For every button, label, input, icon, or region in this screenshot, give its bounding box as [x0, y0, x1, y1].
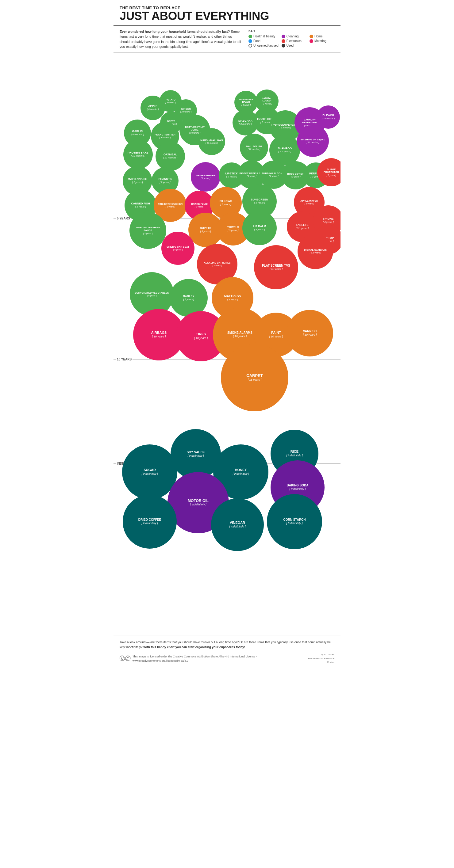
key-grid: Health & beauty Cleaning Home Food Elect…: [249, 35, 334, 48]
bubble-sub-nail-polish: [ 12 months ]: [248, 148, 260, 151]
bubble-label-peanuts: PEANUTS: [158, 178, 171, 181]
bubble-label-body-lotion: BODY LOTION: [287, 173, 304, 176]
bubble-label-marshmallows: MARSH-MALLOWS: [200, 139, 223, 142]
bubble-sub-dehydrated-veg: [ 8 years ]: [147, 294, 157, 297]
key-health-beauty: Health & beauty: [249, 35, 279, 38]
bubble-sub-vinegar: [ Indefinitely ]: [229, 525, 246, 529]
bubble-dried-coffee: DRIED COFFEE[ Indefinitely ]: [123, 495, 177, 549]
bubble-label-mayonnaise: MAYO-NNAISE: [127, 178, 147, 181]
bubble-sub-tires: [ 10 years ]: [194, 337, 208, 340]
bubble-label-motor-oil: MOTOR OIL: [188, 499, 208, 503]
key-home: Home: [310, 35, 334, 38]
bubble-lip-balm: LIP BALM[ 5 years ]: [242, 211, 277, 245]
bubble-label-tires: TIRES: [196, 332, 206, 336]
bubble-sub-paint: [ 10 years ]: [269, 335, 283, 339]
bubble-sub-mayonnaise: [ 2 years ]: [132, 181, 143, 184]
bubble-label-digital-cameras: DIGITAL CAMERAS: [304, 249, 327, 252]
bubble-digital-cameras: DIGITAL CAMERAS[ 6.5 years ]: [297, 234, 333, 269]
bubble-label-soy-sauce: SOY SAUCE: [187, 451, 205, 454]
bubble-sub-ginger: [ 2 months ]: [180, 110, 192, 113]
page: THE BEST TIME TO REPLACE JUST ABOUT EVER…: [113, 0, 341, 669]
bubble-label-pillows: PILLOWS: [220, 199, 232, 203]
key-used: Used: [282, 44, 307, 48]
intro-key-row: Ever wondered how long your household it…: [113, 26, 341, 53]
bubble-label-childs-car-seat: CHILD'S CAR SEAT: [167, 246, 189, 249]
bubble-air-freshener: AIR FRESHENER[ 2 years ]: [191, 162, 220, 192]
bubble-label-duvets: DUVETS: [200, 226, 211, 230]
bubble-label-protein-bars: PROTEIN BARS: [127, 151, 148, 154]
bubble-label-disposable-razor: DISPOSABLE RAZOR: [236, 98, 256, 103]
intro-question: Ever wondered how long your household it…: [120, 30, 230, 33]
bubble-sub-sugar: [ Indefinitely ]: [141, 472, 158, 476]
bubble-label-lipstick: LIPSTICK: [225, 172, 238, 175]
bubble-sub-peanut-butter: [ 9 months ]: [160, 136, 171, 139]
bubble-sub-surge-protector: [ 2 years ]: [327, 174, 336, 177]
bubble-sub-lip-balm: [ 5 years ]: [254, 228, 265, 231]
bubble-sub-duvets: [ 5 years ]: [200, 230, 211, 233]
bubble-sub-natural-loofah: [ 2 weeks ]: [262, 102, 272, 105]
bubble-label-rice: RICE: [290, 450, 299, 454]
bubble-label-nail-polish: NAIL POLISH: [246, 145, 262, 148]
bubble-label-alkaline-batteries: ALKALINE BATTERIES: [204, 261, 230, 265]
bubble-oatmeal: OATMEAL[ 12 months ]: [155, 142, 185, 171]
bubble-sub-bleach: [ 3 months ]: [322, 117, 335, 120]
cc-box: 🄫🄫 This image is licensed under the Crea…: [120, 654, 302, 663]
intro-text: Ever wondered how long your household it…: [120, 29, 249, 49]
bubble-bleach: BLEACH[ 3 months ]: [317, 105, 340, 129]
bubble-label-potato: POTATO: [166, 98, 175, 101]
bubble-sub-rice: [ Indefinitely ]: [286, 454, 303, 458]
bubble-label-paint: PAINT: [271, 331, 281, 335]
bubble-protein-bars: PROTEIN BARS[ 12 months ]: [123, 140, 153, 169]
bubble-label-airbags: AIRBAGS: [151, 331, 167, 335]
bubble-corn-starch: CORN STARCH[ Indefinitely ]: [267, 494, 322, 549]
bubble-label-barley: BARLEY: [183, 294, 194, 298]
bubble-label-honey: HONEY: [235, 468, 247, 472]
bubble-sub-pillows: [ 3 years ]: [220, 203, 231, 206]
bubble-label-sugar: SUGAR: [144, 468, 156, 472]
bubble-label-apple-watch: APPLE WATCH: [300, 199, 318, 203]
bubble-vinegar: VINEGAR[ Indefinitely ]: [211, 498, 264, 551]
bubble-sub-body-lotion: [ 2 years ]: [291, 175, 301, 178]
cc-icon: 🄫🄫: [120, 654, 131, 663]
bubble-sub-sunscreen: [ 3 years ]: [254, 202, 265, 205]
bubble-label-baking-soda: BAKING SODA: [286, 484, 308, 487]
bubble-label-worcestershire: WORCES-TERSHIRE SAUCE: [131, 226, 164, 232]
brand-sub: Your Financial Resource Centre: [302, 657, 334, 665]
bubble-childs-car-seat: CHILD'S CAR SEAT[ 6 years ]: [161, 232, 195, 265]
bubble-sub-iphone: [ 4 years ]: [323, 221, 334, 224]
bubble-flat-screen-tvs: FLAT SCREEN TVS[ 7.4 years ]: [254, 245, 298, 289]
bubble-label-washing-up-liquid: WASHING UP LIQUID: [301, 138, 325, 141]
bubble-sub-shampoo: [ 1.5 years ]: [278, 150, 291, 153]
bubble-label-natural-loofah: NATURAL LOOFAH: [257, 97, 277, 102]
bubble-label-shampoo: SHAMPOO: [278, 147, 292, 150]
footer-body: Take a look around — are there items tha…: [120, 640, 334, 650]
bubble-sub-tablets: [ 5.1 years ]: [296, 227, 309, 230]
year-label-10-years: 10 YEARS: [116, 358, 133, 361]
bubble-nail-polish: NAIL POLISH[ 12 months ]: [240, 134, 268, 162]
key-title: KEY: [249, 29, 334, 33]
bubble-label-brake-fluid: BRAKE FLUID: [191, 203, 208, 206]
bubble-sub-peanuts: [ 2 years ]: [160, 181, 170, 184]
bubble-sub-disposable-razor: [ 1 week ]: [242, 103, 251, 106]
bubble-sub-carpet: [ 15 years ]: [248, 378, 262, 382]
bubble-sub-lipstick: [ 2 years ]: [226, 175, 237, 178]
bubble-sub-air-freshener: [ 2 years ]: [201, 177, 210, 180]
bubble-label-tablets: TABLETS: [296, 223, 309, 227]
bubble-sub-towels: [ 5 years ]: [228, 229, 238, 232]
quid-corner-brand: Quid Corner Your Financial Resource Cent…: [302, 653, 334, 664]
bubble-sub-digital-cameras: [ 6.5 years ]: [310, 251, 321, 254]
bubble-sub-insect-repellent: [ 2 years ]: [247, 175, 256, 178]
key-electronics: Electronics: [282, 39, 307, 43]
bubble-label-flat-screen-tvs: FLAT SCREEN TVS: [262, 264, 290, 268]
bubble-label-apple: APPLE: [148, 104, 158, 108]
bubble-label-sunscreen: SUNSCREEN: [251, 198, 268, 202]
bubble-sub-fire-extinguisher: [ 3 years ]: [166, 205, 175, 208]
bubble-sub-smoke-alarms: [ 10 years ]: [233, 335, 247, 338]
bubble-sugar: SUGAR[ Indefinitely ]: [122, 444, 177, 500]
bubble-sub-flat-screen-tvs: [ 7.4 years ]: [269, 268, 283, 271]
bubble-label-bleach: BLEACH: [322, 114, 334, 117]
bubble-label-peanut-butter: PEANUT BUTTER: [154, 133, 175, 136]
header-title: JUST ABOUT EVERYTHING: [120, 10, 334, 22]
bubble-sub-mascara: [ 3 months ]: [239, 123, 252, 126]
bubble-sub-bottled-juice: [ 8 months ]: [189, 131, 201, 134]
